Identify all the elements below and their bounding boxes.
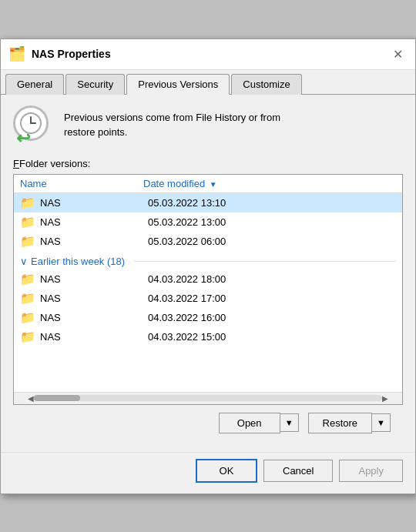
item-date: 04.03.2022 17:00	[148, 293, 396, 304]
folder-icon: 📁	[20, 291, 35, 306]
list-item[interactable]: 📁 NAS 05.03.2022 13:10	[14, 193, 402, 212]
tab-previous-versions[interactable]: Previous Versions	[126, 74, 230, 95]
apply-button[interactable]: Apply	[339, 460, 403, 482]
restore-button-group: Restore ▼	[308, 413, 391, 433]
item-name: NAS	[40, 236, 148, 247]
tab-content: ↩ Previous versions come from File Histo…	[1, 95, 415, 452]
list-item[interactable]: 📁 NAS 04.03.2022 18:00	[14, 269, 402, 289]
item-name: NAS	[40, 273, 148, 285]
cancel-button[interactable]: Cancel	[263, 460, 333, 482]
list-item[interactable]: 📁 NAS 04.03.2022 15:00	[14, 327, 402, 346]
title-icon: 🗂️	[8, 45, 25, 62]
list-item[interactable]: 📁 NAS 05.03.2022 13:00	[14, 212, 402, 232]
folder-icon: 📁	[20, 196, 35, 210]
restore-dropdown-button[interactable]: ▼	[372, 413, 391, 432]
dialog-window: 🗂️ NAS Properties ✕ General Security Pre…	[0, 38, 416, 494]
scroll-right-icon[interactable]: ▶	[382, 394, 388, 403]
item-name: NAS	[40, 197, 148, 209]
folder-icon: 📁	[20, 272, 35, 286]
item-name: NAS	[40, 216, 148, 228]
item-date: 04.03.2022 16:00	[148, 312, 396, 323]
scroll-track[interactable]	[34, 395, 382, 401]
restore-button[interactable]: Restore	[308, 413, 373, 433]
folder-icon: 📁	[20, 234, 35, 249]
dialog-footer: OK Cancel Apply	[1, 452, 415, 494]
col-date-header: Date modified ▼	[143, 178, 396, 189]
item-date: 05.03.2022 13:00	[148, 216, 396, 228]
action-buttons-section: Open ▼ Restore ▼	[13, 405, 403, 441]
list-item[interactable]: 📁 NAS 04.03.2022 16:00	[14, 308, 402, 327]
info-section: ↩ Previous versions come from File Histo…	[13, 105, 403, 146]
separator	[134, 261, 396, 262]
item-name: NAS	[40, 293, 148, 304]
list-header: Name Date modified ▼	[14, 175, 402, 193]
tab-general[interactable]: General	[5, 74, 64, 95]
open-dropdown-button[interactable]: ▼	[280, 413, 299, 432]
info-text: Previous versions come from File History…	[64, 105, 280, 140]
group-label: Earlier this week (18)	[31, 256, 125, 267]
dialog-title: NAS Properties	[32, 48, 382, 60]
list-scroll-area[interactable]: Name Date modified ▼ 📁 NAS 05.03.2022 13…	[14, 175, 402, 392]
scroll-thumb[interactable]	[34, 395, 80, 401]
ok-button[interactable]: OK	[196, 459, 257, 483]
folder-icon: 📁	[20, 330, 35, 344]
restore-arrow-icon: ↩	[16, 129, 30, 149]
open-button-group: Open ▼	[219, 413, 299, 433]
folder-icon: 📁	[20, 215, 35, 229]
collapse-icon: ∨	[20, 256, 28, 267]
versions-list[interactable]: Name Date modified ▼ 📁 NAS 05.03.2022 13…	[13, 174, 403, 405]
list-item[interactable]: 📁 NAS 04.03.2022 17:00	[14, 289, 402, 308]
item-date: 04.03.2022 18:00	[148, 273, 396, 285]
list-item[interactable]: 📁 NAS 05.03.2022 06:00	[14, 232, 402, 251]
item-date: 05.03.2022 06:00	[148, 236, 396, 247]
info-composite-icon: ↩	[13, 105, 53, 146]
scroll-left-icon[interactable]: ◀	[28, 394, 34, 403]
open-button[interactable]: Open	[219, 413, 280, 433]
col-name-header: Name	[20, 178, 143, 189]
title-bar: 🗂️ NAS Properties ✕	[1, 39, 415, 70]
folder-versions-label: FFolder versions:	[13, 158, 403, 169]
close-button[interactable]: ✕	[388, 45, 408, 63]
item-date: 05.03.2022 13:10	[148, 197, 396, 209]
group-header: ∨ Earlier this week (18)	[14, 251, 402, 269]
sort-arrow-icon: ▼	[210, 180, 217, 189]
tab-customize[interactable]: Customize	[231, 74, 301, 95]
tab-security[interactable]: Security	[65, 74, 125, 95]
item-name: NAS	[40, 331, 148, 343]
folder-icon: 📁	[20, 310, 35, 325]
item-name: NAS	[40, 312, 148, 323]
horizontal-scrollbar[interactable]: ◀ ▶	[14, 392, 402, 404]
item-date: 04.03.2022 15:00	[148, 331, 396, 343]
tab-bar: General Security Previous Versions Custo…	[1, 70, 415, 95]
